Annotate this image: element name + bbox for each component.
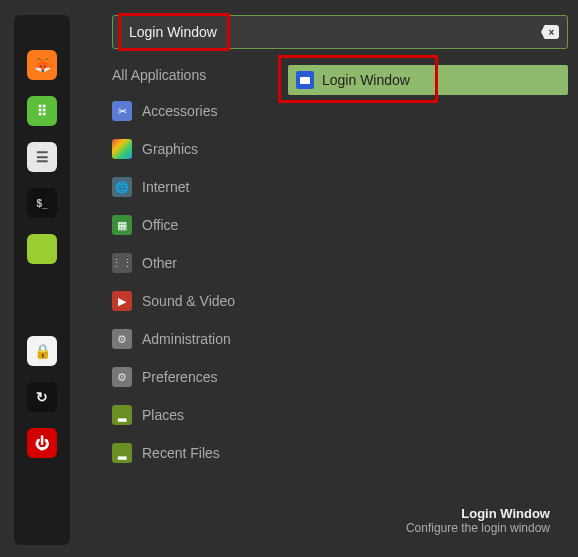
result-label: Login Window bbox=[322, 72, 410, 88]
category-places[interactable]: ▂ Places bbox=[112, 405, 258, 425]
category-other[interactable]: ⋮⋮ Other bbox=[112, 253, 258, 273]
play-icon: ▶ bbox=[112, 291, 132, 311]
category-label: Administration bbox=[142, 331, 231, 347]
globe-icon: 🌐 bbox=[112, 177, 132, 197]
clear-search-icon[interactable]: × bbox=[541, 25, 559, 39]
palette-icon bbox=[112, 139, 132, 159]
footer-title: Login Window bbox=[406, 506, 550, 521]
category-label: Other bbox=[142, 255, 177, 271]
footer-subtitle: Configure the login window bbox=[406, 521, 550, 535]
panel-updates-icon[interactable]: ↻ bbox=[27, 382, 57, 412]
footer-description: Login Window Configure the login window bbox=[406, 506, 550, 535]
category-label: Sound & Video bbox=[142, 293, 235, 309]
launcher-panel: 🦊 ⠿ ☰ $_ 🔒 ↻ ⏻ bbox=[14, 15, 70, 545]
category-label: Recent Files bbox=[142, 445, 220, 461]
category-administration[interactable]: ⚙ Administration bbox=[112, 329, 258, 349]
category-label: Places bbox=[142, 407, 184, 423]
category-label: Internet bbox=[142, 179, 189, 195]
panel-firefox-icon[interactable]: 🦊 bbox=[27, 50, 57, 80]
category-internet[interactable]: 🌐 Internet bbox=[112, 177, 258, 197]
panel-power-icon[interactable]: ⏻ bbox=[27, 428, 57, 458]
search-value-highlight: Login Window bbox=[118, 13, 230, 51]
panel-lock-icon[interactable]: 🔒 bbox=[27, 336, 57, 366]
category-sound-video[interactable]: ▶ Sound & Video bbox=[112, 291, 258, 311]
category-label: Office bbox=[142, 217, 178, 233]
category-recent-files[interactable]: ▂ Recent Files bbox=[112, 443, 258, 463]
panel-apps-icon[interactable]: ⠿ bbox=[27, 96, 57, 126]
category-preferences[interactable]: ⚙ Preferences bbox=[112, 367, 258, 387]
category-office[interactable]: ▦ Office bbox=[112, 215, 258, 235]
search-text: Login Window bbox=[129, 24, 217, 40]
category-list: All Applications ✂ Accessories Graphics … bbox=[112, 67, 258, 463]
gear-icon: ⚙ bbox=[112, 329, 132, 349]
category-all-applications[interactable]: All Applications bbox=[112, 67, 258, 83]
login-window-icon bbox=[296, 71, 314, 89]
result-login-window[interactable]: Login Window bbox=[288, 65, 568, 95]
category-accessories[interactable]: ✂ Accessories bbox=[112, 101, 258, 121]
category-label: All Applications bbox=[112, 67, 206, 83]
folder-icon: ▂ bbox=[112, 405, 132, 425]
results-pane: Login Window bbox=[288, 67, 568, 463]
gear-icon: ⚙ bbox=[112, 367, 132, 387]
folder-icon: ▂ bbox=[112, 443, 132, 463]
panel-files-icon[interactable] bbox=[27, 234, 57, 264]
search-input[interactable]: Login Window × bbox=[112, 15, 568, 49]
category-label: Graphics bbox=[142, 141, 198, 157]
office-icon: ▦ bbox=[112, 215, 132, 235]
category-label: Preferences bbox=[142, 369, 217, 385]
panel-settings-icon[interactable]: ☰ bbox=[27, 142, 57, 172]
panel-terminal-icon[interactable]: $_ bbox=[27, 188, 57, 218]
category-label: Accessories bbox=[142, 103, 217, 119]
grid-icon: ⋮⋮ bbox=[112, 253, 132, 273]
category-graphics[interactable]: Graphics bbox=[112, 139, 258, 159]
application-menu: Login Window × All Applications ✂ Access… bbox=[112, 15, 568, 547]
scissors-icon: ✂ bbox=[112, 101, 132, 121]
